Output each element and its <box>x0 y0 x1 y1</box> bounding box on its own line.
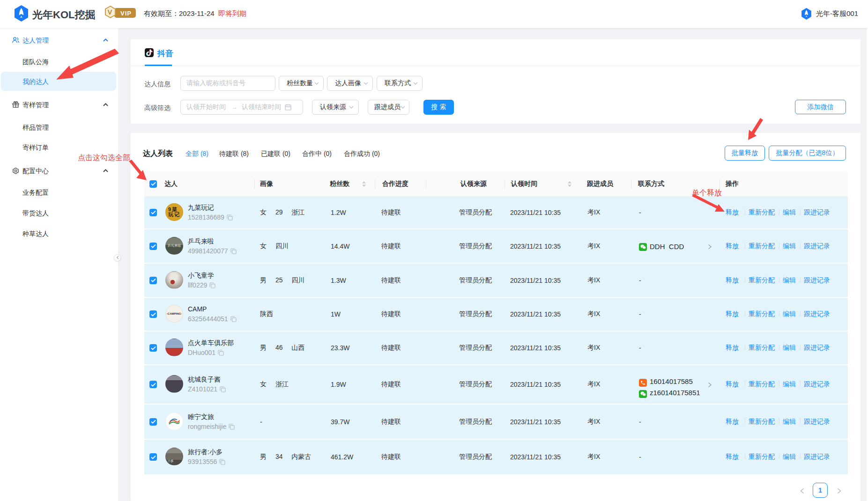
svg-text:VIP: VIP <box>120 10 132 17</box>
svg-text:V: V <box>108 8 112 16</box>
